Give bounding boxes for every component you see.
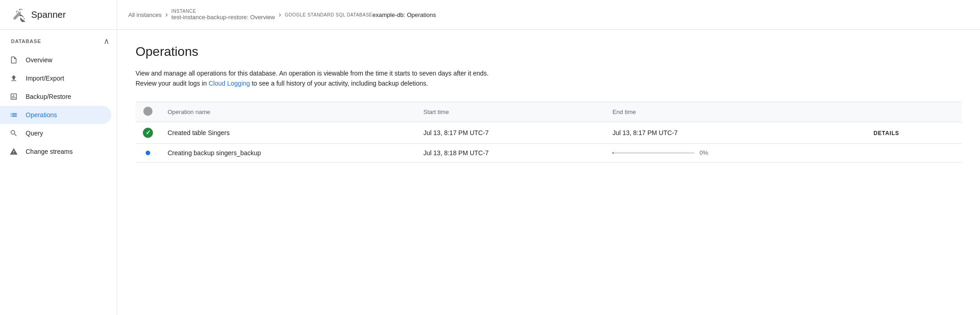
progress-bar-background: [612, 152, 695, 154]
sidebar-item-query[interactable]: Query: [0, 124, 111, 142]
content-area: Operations View and manage all operation…: [117, 30, 980, 315]
row2-operation-name: Creating backup singers_backup: [160, 143, 416, 162]
sidebar-section-label: DATABASE: [11, 38, 41, 44]
breadcrumb-instance: INSTANCE test-instance-backup-restore: O…: [171, 9, 275, 21]
sidebar-item-backup-restore-label: Backup/Restore: [26, 93, 71, 100]
col-header-actions: [866, 102, 962, 122]
col-header-operation-name: Operation name: [160, 102, 416, 122]
triangle-icon: [9, 147, 18, 156]
table-header-row: Operation name Start time End time: [136, 102, 962, 122]
operations-table: Operation name Start time End time Creat…: [136, 102, 962, 163]
description-text-1: View and manage all operations for this …: [136, 70, 489, 77]
breadcrumb: All instances › INSTANCE test-instance-b…: [117, 0, 980, 29]
sidebar-item-change-streams-label: Change streams: [26, 148, 73, 155]
breadcrumb-db: GOOGLE STANDARD SQL DATABASE example-db:…: [285, 11, 436, 18]
breadcrumb-all-instances[interactable]: All instances: [128, 11, 162, 18]
list-icon: [9, 110, 18, 119]
row2-start-time: Jul 13, 8:18 PM UTC-7: [416, 143, 605, 162]
main-layout: DATABASE ∧ Overview Import/Export: [0, 30, 980, 315]
spanner-icon: [11, 7, 26, 22]
row2-actions-cell: [866, 143, 962, 162]
progress-bar-fill: [612, 152, 614, 154]
page-description: View and manage all operations for this …: [136, 68, 548, 89]
breadcrumb-chevron-1: ›: [165, 11, 168, 19]
sidebar-item-overview-label: Overview: [26, 56, 52, 64]
row1-operation-name: Created table Singers: [160, 122, 416, 143]
progress-percent: 0%: [699, 149, 708, 156]
row1-details-cell: DETAILS: [866, 122, 962, 143]
doc-icon: [9, 55, 18, 65]
row2-end-time: 0%: [605, 143, 866, 162]
details-button[interactable]: DETAILS: [874, 130, 899, 136]
col-header-status: [136, 102, 160, 122]
sidebar-header: DATABASE ∧: [0, 37, 117, 51]
sidebar-item-overview[interactable]: Overview: [0, 51, 111, 69]
row1-start-time: Jul 13, 8:17 PM UTC-7: [416, 122, 605, 143]
row1-status-cell: [136, 122, 160, 143]
description-text-3: to see a full history of your activity, …: [250, 80, 428, 87]
sidebar-item-backup-restore[interactable]: Backup/Restore: [0, 87, 111, 106]
search-icon: [9, 129, 18, 138]
upload-icon: [9, 74, 18, 83]
status-success-icon: [143, 128, 153, 138]
page-title: Operations: [136, 44, 962, 59]
sidebar-item-operations[interactable]: Operations: [0, 106, 111, 124]
table-row: Creating backup singers_backup Jul 13, 8…: [136, 143, 962, 162]
sidebar-collapse-button[interactable]: ∧: [103, 37, 109, 45]
progress-container: 0%: [612, 149, 859, 156]
col-header-end-time: End time: [605, 102, 866, 122]
sidebar-item-operations-label: Operations: [26, 111, 57, 119]
description-text-2: Review your audit logs in: [136, 80, 209, 87]
breadcrumb-chevron-2: ›: [278, 11, 281, 19]
app-branding: Spanner: [0, 0, 117, 29]
top-bar: Spanner All instances › INSTANCE test-in…: [0, 0, 980, 30]
status-loading-icon: [146, 151, 150, 155]
status-header-icon: [143, 107, 152, 116]
sidebar-item-import-export[interactable]: Import/Export: [0, 69, 111, 87]
sidebar-item-query-label: Query: [26, 130, 43, 137]
table-row: Created table Singers Jul 13, 8:17 PM UT…: [136, 122, 962, 143]
backup-icon: [9, 92, 18, 101]
sidebar: DATABASE ∧ Overview Import/Export: [0, 30, 117, 315]
row2-status-cell: [136, 143, 160, 162]
app-title: Spanner: [31, 10, 66, 20]
sidebar-item-import-export-label: Import/Export: [26, 75, 64, 82]
row1-end-time: Jul 13, 8:17 PM UTC-7: [605, 122, 866, 143]
sidebar-item-change-streams[interactable]: Change streams: [0, 142, 111, 161]
cloud-logging-link[interactable]: Cloud Logging: [209, 80, 250, 87]
col-header-start-time: Start time: [416, 102, 605, 122]
